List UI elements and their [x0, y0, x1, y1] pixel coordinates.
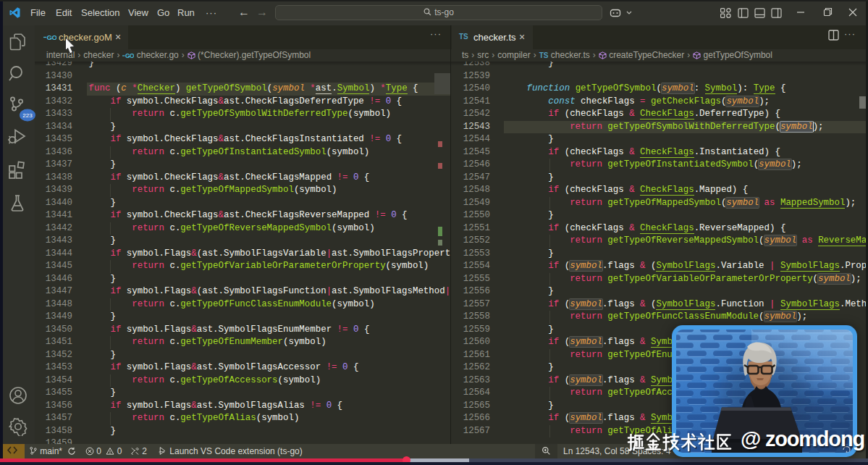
svg-text:GO: GO — [125, 53, 134, 59]
svg-text:223: 223 — [22, 112, 33, 119]
svg-text:GO: GO — [47, 34, 57, 41]
